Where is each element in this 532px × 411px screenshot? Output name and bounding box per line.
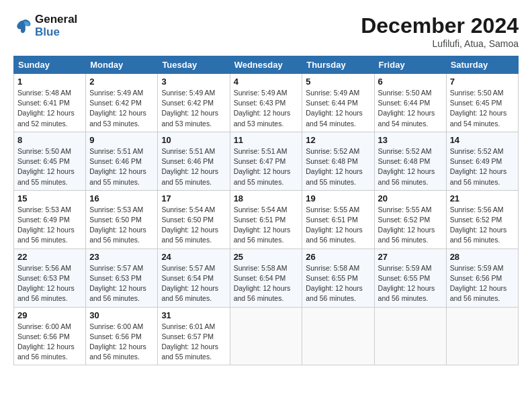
calendar-cell: 9 Sunrise: 5:51 AMSunset: 6:46 PMDayligh… xyxy=(86,132,158,190)
calendar-cell: 6 Sunrise: 5:50 AMSunset: 6:44 PMDayligh… xyxy=(374,74,446,132)
calendar-cell: 5 Sunrise: 5:49 AMSunset: 6:44 PMDayligh… xyxy=(302,74,374,132)
day-number: 17 xyxy=(161,193,226,203)
calendar-cell: 14 Sunrise: 5:52 AMSunset: 6:49 PMDaylig… xyxy=(446,132,518,190)
location-subtitle: Lufilufi, Atua, Samoa xyxy=(361,38,519,49)
calendar-cell: 21 Sunrise: 5:56 AMSunset: 6:52 PMDaylig… xyxy=(446,190,518,248)
day-detail: Sunrise: 5:51 AMSunset: 6:46 PMDaylight:… xyxy=(89,147,146,186)
day-number: 4 xyxy=(234,77,299,87)
calendar-cell: 31 Sunrise: 6:01 AMSunset: 6:57 PMDaylig… xyxy=(158,307,230,365)
calendar-cell: 2 Sunrise: 5:49 AMSunset: 6:42 PMDayligh… xyxy=(86,74,158,132)
day-detail: Sunrise: 5:50 AMSunset: 6:45 PMDaylight:… xyxy=(450,89,507,128)
day-number: 23 xyxy=(89,252,154,262)
calendar-cell xyxy=(374,307,446,365)
week-row-5: 29 Sunrise: 6:00 AMSunset: 6:56 PMDaylig… xyxy=(14,307,519,365)
day-number: 31 xyxy=(161,310,226,320)
calendar-cell: 1 Sunrise: 5:48 AMSunset: 6:41 PMDayligh… xyxy=(14,74,86,132)
day-number: 15 xyxy=(17,193,82,203)
day-number: 18 xyxy=(234,193,299,203)
day-detail: Sunrise: 5:49 AMSunset: 6:43 PMDaylight:… xyxy=(234,89,291,128)
month-title: December 2024 xyxy=(361,13,519,38)
day-number: 7 xyxy=(450,77,515,87)
day-number: 9 xyxy=(89,135,154,145)
day-detail: Sunrise: 5:56 AMSunset: 6:52 PMDaylight:… xyxy=(450,205,507,244)
calendar-cell: 3 Sunrise: 5:49 AMSunset: 6:42 PMDayligh… xyxy=(158,74,230,132)
calendar-cell xyxy=(302,307,374,365)
day-detail: Sunrise: 5:51 AMSunset: 6:47 PMDaylight:… xyxy=(234,147,291,186)
day-detail: Sunrise: 6:01 AMSunset: 6:57 PMDaylight:… xyxy=(161,322,218,361)
col-sunday: Sunday xyxy=(14,56,86,74)
day-detail: Sunrise: 5:58 AMSunset: 6:55 PMDaylight:… xyxy=(306,264,363,303)
calendar-cell: 12 Sunrise: 5:52 AMSunset: 6:48 PMDaylig… xyxy=(302,132,374,190)
day-number: 13 xyxy=(378,135,443,145)
calendar-cell: 4 Sunrise: 5:49 AMSunset: 6:43 PMDayligh… xyxy=(230,74,302,132)
day-number: 6 xyxy=(378,77,443,87)
logo: General Blue xyxy=(13,13,77,38)
calendar-cell: 8 Sunrise: 5:50 AMSunset: 6:45 PMDayligh… xyxy=(14,132,86,190)
calendar-cell: 29 Sunrise: 6:00 AMSunset: 6:56 PMDaylig… xyxy=(14,307,86,365)
day-number: 12 xyxy=(306,135,370,145)
day-detail: Sunrise: 5:52 AMSunset: 6:48 PMDaylight:… xyxy=(306,147,363,186)
day-number: 29 xyxy=(17,310,82,320)
day-detail: Sunrise: 5:50 AMSunset: 6:44 PMDaylight:… xyxy=(378,89,435,128)
col-monday: Monday xyxy=(86,56,158,74)
day-detail: Sunrise: 5:52 AMSunset: 6:48 PMDaylight:… xyxy=(378,147,435,186)
calendar-table: Sunday Monday Tuesday Wednesday Thursday… xyxy=(13,56,519,365)
day-number: 25 xyxy=(234,252,299,262)
day-number: 30 xyxy=(89,310,154,320)
week-row-1: 1 Sunrise: 5:48 AMSunset: 6:41 PMDayligh… xyxy=(14,74,519,132)
calendar-cell: 13 Sunrise: 5:52 AMSunset: 6:48 PMDaylig… xyxy=(374,132,446,190)
day-detail: Sunrise: 5:49 AMSunset: 6:42 PMDaylight:… xyxy=(89,89,146,128)
day-number: 1 xyxy=(17,77,82,87)
week-row-3: 15 Sunrise: 5:53 AMSunset: 6:49 PMDaylig… xyxy=(14,190,519,248)
day-number: 24 xyxy=(161,252,226,262)
week-row-2: 8 Sunrise: 5:50 AMSunset: 6:45 PMDayligh… xyxy=(14,132,519,190)
day-number: 11 xyxy=(234,135,299,145)
calendar-cell: 7 Sunrise: 5:50 AMSunset: 6:45 PMDayligh… xyxy=(446,74,518,132)
calendar-cell: 10 Sunrise: 5:51 AMSunset: 6:46 PMDaylig… xyxy=(158,132,230,190)
day-number: 3 xyxy=(161,77,226,87)
logo-icon xyxy=(13,17,32,36)
calendar-header-row: Sunday Monday Tuesday Wednesday Thursday… xyxy=(14,56,519,74)
day-detail: Sunrise: 5:54 AMSunset: 6:51 PMDaylight:… xyxy=(234,205,291,244)
calendar-cell: 28 Sunrise: 5:59 AMSunset: 6:56 PMDaylig… xyxy=(446,248,518,307)
calendar-cell: 23 Sunrise: 5:57 AMSunset: 6:53 PMDaylig… xyxy=(86,248,158,307)
day-detail: Sunrise: 5:51 AMSunset: 6:46 PMDaylight:… xyxy=(161,147,218,186)
day-detail: Sunrise: 5:52 AMSunset: 6:49 PMDaylight:… xyxy=(450,147,507,186)
day-number: 16 xyxy=(89,193,154,203)
calendar-cell: 30 Sunrise: 6:00 AMSunset: 6:56 PMDaylig… xyxy=(86,307,158,365)
calendar-cell: 22 Sunrise: 5:56 AMSunset: 6:53 PMDaylig… xyxy=(14,248,86,307)
calendar-cell: 16 Sunrise: 5:53 AMSunset: 6:50 PMDaylig… xyxy=(86,190,158,248)
col-friday: Friday xyxy=(374,56,446,74)
day-number: 5 xyxy=(306,77,370,87)
day-number: 26 xyxy=(306,252,370,262)
calendar-cell: 20 Sunrise: 5:55 AMSunset: 6:52 PMDaylig… xyxy=(374,190,446,248)
day-number: 10 xyxy=(161,135,226,145)
calendar-cell: 24 Sunrise: 5:57 AMSunset: 6:54 PMDaylig… xyxy=(158,248,230,307)
calendar-cell: 15 Sunrise: 5:53 AMSunset: 6:49 PMDaylig… xyxy=(14,190,86,248)
calendar-cell: 19 Sunrise: 5:55 AMSunset: 6:51 PMDaylig… xyxy=(302,190,374,248)
calendar-cell: 27 Sunrise: 5:59 AMSunset: 6:55 PMDaylig… xyxy=(374,248,446,307)
logo-text: General Blue xyxy=(35,13,77,38)
title-block: December 2024 Lufilufi, Atua, Samoa xyxy=(361,13,519,49)
day-detail: Sunrise: 5:55 AMSunset: 6:52 PMDaylight:… xyxy=(378,205,435,244)
col-tuesday: Tuesday xyxy=(158,56,230,74)
day-number: 2 xyxy=(89,77,154,87)
day-number: 22 xyxy=(17,252,82,262)
calendar-cell: 11 Sunrise: 5:51 AMSunset: 6:47 PMDaylig… xyxy=(230,132,302,190)
calendar-cell xyxy=(446,307,518,365)
day-detail: Sunrise: 5:56 AMSunset: 6:53 PMDaylight:… xyxy=(17,264,75,303)
day-detail: Sunrise: 5:49 AMSunset: 6:42 PMDaylight:… xyxy=(161,89,218,128)
day-number: 28 xyxy=(450,252,515,262)
calendar-cell: 25 Sunrise: 5:58 AMSunset: 6:54 PMDaylig… xyxy=(230,248,302,307)
day-detail: Sunrise: 5:57 AMSunset: 6:54 PMDaylight:… xyxy=(161,264,218,303)
calendar-cell: 17 Sunrise: 5:54 AMSunset: 6:50 PMDaylig… xyxy=(158,190,230,248)
col-saturday: Saturday xyxy=(446,56,518,74)
calendar-cell xyxy=(230,307,302,365)
day-detail: Sunrise: 6:00 AMSunset: 6:56 PMDaylight:… xyxy=(89,322,146,361)
page-header: General Blue December 2024 Lufilufi, Atu… xyxy=(13,13,519,49)
day-detail: Sunrise: 5:58 AMSunset: 6:54 PMDaylight:… xyxy=(234,264,291,303)
day-number: 8 xyxy=(17,135,82,145)
day-number: 20 xyxy=(378,193,443,203)
day-detail: Sunrise: 5:59 AMSunset: 6:55 PMDaylight:… xyxy=(378,264,435,303)
day-detail: Sunrise: 5:53 AMSunset: 6:49 PMDaylight:… xyxy=(17,205,75,244)
